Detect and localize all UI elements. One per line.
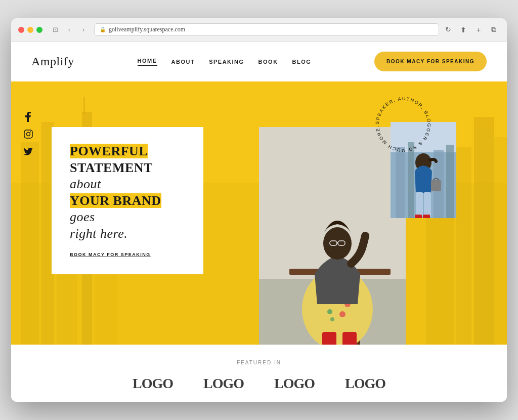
fullscreen-dot[interactable]: [36, 27, 42, 33]
svg-point-24: [327, 309, 332, 314]
svg-rect-11: [24, 130, 32, 138]
featured-logo-1: LOGO: [133, 375, 173, 392]
svg-point-25: [339, 311, 346, 317]
svg-point-27: [323, 227, 352, 260]
sidebar-toggle-button[interactable]: ⊡: [50, 24, 61, 35]
browser-chrome: ⊡ ‹ › 🔒 goliveamplify.squarespace.com ↻ …: [11, 18, 507, 41]
traffic-lights: [18, 27, 42, 33]
forward-button[interactable]: ›: [78, 24, 89, 35]
site-nav: HOME ABOUT SPEAKING BOOK BLOG: [138, 58, 312, 66]
svg-rect-38: [446, 145, 454, 218]
hero-section: SPEAKER, AUTHOR, BLOGGER & SO MUCH MORE.…: [11, 81, 507, 345]
logo-row: LOGO LOGO LOGO LOGO: [31, 375, 487, 392]
statement-powerful: POWERFUL: [70, 144, 148, 158]
featured-logo-3: LOGO: [274, 375, 315, 392]
nav-blog[interactable]: BLOG: [292, 59, 312, 65]
svg-rect-32: [342, 332, 357, 345]
site-logo: Amplify: [31, 55, 74, 68]
browser-actions: ⬆ + ⧉: [457, 24, 500, 36]
statement-your-brand: YOUR BRAND: [70, 193, 161, 208]
svg-rect-9: [494, 137, 507, 345]
statement-text: POWERFUL STATEMENT about YOUR BRAND goes…: [70, 143, 185, 242]
svg-rect-31: [322, 332, 336, 345]
featured-logo-4: LOGO: [345, 375, 385, 392]
hero-photo-main: [259, 127, 406, 345]
svg-rect-43: [423, 215, 430, 218]
browser-window: ⊡ ‹ › 🔒 goliveamplify.squarespace.com ↻ …: [11, 18, 507, 402]
facebook-icon[interactable]: [23, 112, 33, 122]
statement-right-here: right here.: [70, 226, 127, 241]
svg-rect-41: [424, 192, 431, 217]
featured-section: FEATURED IN LOGO LOGO LOGO LOGO: [11, 345, 507, 402]
svg-text:SPEAKER, AUTHOR, BLOGGER & SO : SPEAKER, AUTHOR, BLOGGER & SO MUCH MORE.: [375, 96, 431, 153]
share-button[interactable]: ⬆: [457, 24, 469, 36]
svg-rect-8: [474, 117, 494, 345]
circular-badge: SPEAKER, AUTHOR, BLOGGER & SO MUCH MORE.: [370, 92, 436, 157]
svg-rect-40: [416, 192, 423, 217]
refresh-button[interactable]: ↻: [445, 25, 451, 34]
url-text: goliveamplify.squarespace.com: [109, 26, 185, 33]
lock-icon: 🔒: [100, 27, 106, 32]
svg-rect-35: [396, 147, 405, 218]
svg-rect-44: [431, 180, 441, 191]
nav-book[interactable]: BOOK: [258, 59, 278, 65]
featured-logo-2: LOGO: [203, 375, 244, 392]
close-dot[interactable]: [18, 27, 24, 33]
nav-about[interactable]: ABOUT: [171, 59, 195, 65]
social-icons: [23, 112, 33, 156]
svg-rect-42: [415, 215, 422, 218]
twitter-icon[interactable]: [23, 146, 33, 156]
header-cta-button[interactable]: BOOK MACY FOR SPEAKING: [374, 52, 487, 71]
website: Amplify HOME ABOUT SPEAKING BOOK BLOG BO…: [11, 41, 507, 402]
instagram-icon[interactable]: [23, 129, 33, 139]
tabs-button[interactable]: ⧉: [488, 24, 500, 36]
svg-rect-1: [21, 142, 39, 345]
nav-speaking[interactable]: SPEAKING: [209, 59, 244, 65]
statement-goes: goes: [70, 209, 95, 224]
minimize-dot[interactable]: [27, 27, 33, 33]
svg-rect-10: [83, 97, 85, 114]
site-header: Amplify HOME ABOUT SPEAKING BOOK BLOG BO…: [11, 41, 507, 81]
address-bar[interactable]: 🔒 goliveamplify.squarespace.com: [94, 23, 439, 36]
back-button[interactable]: ‹: [64, 24, 75, 35]
person-illustration-main: [259, 127, 406, 345]
browser-controls: ⊡ ‹ ›: [50, 24, 89, 35]
nav-home[interactable]: HOME: [138, 58, 157, 66]
new-tab-button[interactable]: +: [472, 24, 485, 36]
statement-box: POWERFUL STATEMENT about YOUR BRAND goes…: [52, 127, 203, 274]
svg-point-13: [30, 132, 31, 133]
svg-rect-7: [456, 147, 471, 345]
featured-label: FEATURED IN: [31, 360, 487, 365]
statement-about: about: [70, 177, 101, 191]
statement-cta-link[interactable]: BOOK MACY FOR SPEAKING: [70, 252, 151, 257]
svg-point-26: [330, 317, 334, 321]
svg-point-12: [27, 133, 30, 136]
